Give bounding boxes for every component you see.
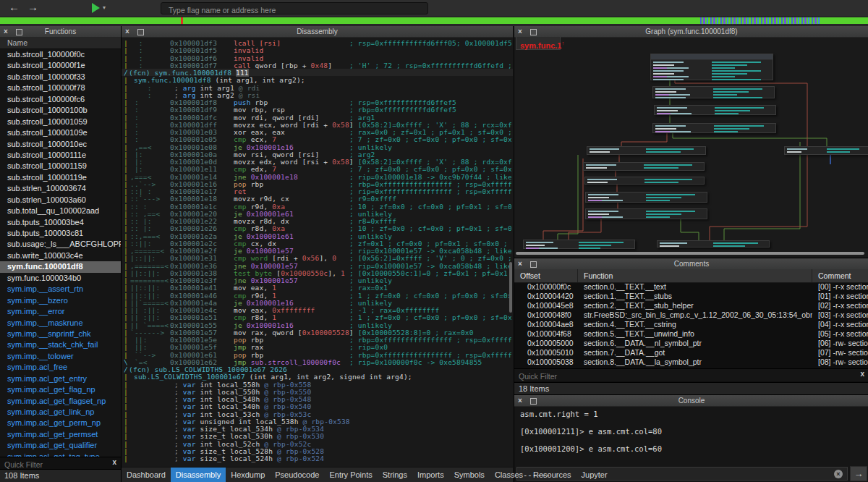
disassembly-line[interactable]: |,=======<0x100001e36jne 0x100001e57; ri…	[122, 262, 513, 269]
disassembly-line[interactable]: | :0x100001dfcmov rdi, qword [rdi]; arg1	[122, 114, 513, 121]
comments-table-row[interactable]: 0x100005010section.7.__DATA.__got[07] -r…	[514, 348, 868, 358]
continue-debug-button[interactable]	[92, 3, 100, 13]
function-list-item[interactable]: sym.imp.__error	[0, 306, 121, 317]
function-list-item[interactable]: sym.imp.acl_get_flagset_np	[0, 396, 121, 407]
graph-basic-block[interactable]	[657, 240, 770, 248]
function-list-item[interactable]: sub.strcoll_10000111e	[0, 150, 121, 161]
column-header-function[interactable]: Function	[578, 269, 812, 282]
function-list-item[interactable]: sym.imp.acl_get_link_np	[0, 407, 121, 418]
tab-hexdump[interactable]: Hexdump	[226, 468, 270, 482]
graph-basic-block[interactable]	[523, 240, 635, 249]
function-list-item[interactable]: sym.imp.acl_get_permset	[0, 429, 121, 440]
back-button[interactable]: ←	[9, 1, 20, 13]
disassembly-line[interactable]: | :0x100001df8push rbp; rsp=0xffffffffff…	[122, 98, 513, 106]
function-list-item[interactable]: sub.write_100003c4e	[0, 250, 121, 261]
disassembly-line[interactable]: |:: |:0x100001e26cmp r8d, 0xa; 10 ; zf=0…	[122, 224, 513, 232]
tab-jupyter[interactable]: Jupyter	[576, 468, 613, 482]
graph-horizontal-scrollbar[interactable]	[516, 252, 864, 255]
comments-table-row[interactable]: 0x100000f0csection.0.__TEXT.__text[00] -…	[514, 282, 868, 292]
disassembly-line[interactable]: /(fcn) sub.LS_COLWIDTHS_100001e67 2626	[122, 365, 513, 373]
comments-table-row[interactable]: 0x100004420section.1.__TEXT.__stubs[01] …	[514, 292, 868, 301]
disassembly-line[interactable]: |..`-->0x100001e16pop rbp; rbp=0xfffffff…	[122, 180, 513, 187]
disassembly-line[interactable]: |`------>0x100001e57mov rax, qword [0x10…	[122, 329, 513, 336]
close-icon[interactable]: ×	[125, 26, 129, 37]
disassembly-line[interactable]: |:: ,==<0x100001e20je 0x100001e61; unlik…	[122, 210, 513, 217]
disassembly-line[interactable]: | ,==<0x100001e08je 0x100001e16; unlikel…	[122, 143, 513, 151]
disassembly-line[interactable]: |sub.LS_COLWIDTHS_100001e67 (int arg1, i…	[122, 373, 513, 380]
graph-basic-block[interactable]	[652, 86, 775, 98]
close-icon[interactable]: ×	[518, 395, 522, 406]
tab-entry-points[interactable]: Entry Points	[324, 468, 377, 482]
disassembly-line[interactable]: |::||:0x100001e2ccmp cx, dx; zf=0x1 ; cf…	[122, 240, 513, 247]
disassembly-line[interactable]: |; var int local_558h @ rbp-0x558	[122, 381, 513, 388]
disassembly-line[interactable]: |========<0x100001e3fjne 0x100001e57; un…	[122, 276, 513, 284]
tab-symbols[interactable]: Symbols	[449, 468, 490, 482]
disassembly-line[interactable]: |; var int local_52ch @ rbp-0x52c	[122, 440, 513, 447]
function-list-item[interactable]: sym.func.100001df8	[0, 261, 121, 272]
clear-filter-icon[interactable]: x	[860, 370, 864, 378]
disassembly-line[interactable]: |; var int local_540h @ rbp-0x540	[122, 402, 513, 410]
function-list-item[interactable]: sym.imp.acl_get_perm_np	[0, 418, 121, 428]
comments-table-row[interactable]: 0x1000045e8section.2.__TEXT.__stub_helpe…	[514, 301, 868, 310]
function-list-item[interactable]: sym.imp.__assert_rtn	[0, 284, 121, 295]
comments-table-row[interactable]: 0x100004f68section.5.__TEXT.__unwind_inf…	[514, 329, 868, 339]
comments-quick-filter-input[interactable]	[514, 369, 860, 383]
float-panel-icon[interactable]	[530, 398, 537, 405]
column-header-comment[interactable]: Comment	[812, 269, 868, 282]
tab-strings[interactable]: Strings	[378, 468, 412, 482]
function-list-item[interactable]: sub.strcoll_100001059	[0, 117, 121, 127]
disassembly-line[interactable]: ||::||:0x100001e31cmp word [rdi + 0x56],…	[122, 254, 513, 261]
function-list-item[interactable]: sub.usage:_ls___ABCFGHLOPRSTUVW	[0, 239, 121, 250]
function-list-item[interactable]: sym.imp.__tolower	[0, 351, 121, 362]
disassembly-line[interactable]: |::| :0x100001e17ret; rip=0xffffffffffff…	[122, 187, 513, 195]
clear-console-input-icon[interactable]: ×	[834, 470, 843, 478]
console-submit-arrow-button[interactable]: →	[850, 466, 867, 481]
float-panel-icon[interactable]	[137, 29, 144, 35]
function-list-item[interactable]: sub.strcoll_10000109e	[0, 127, 121, 138]
disassembly-line[interactable]: |; var unsigned int local_538h @ rbp-0x5…	[122, 418, 513, 425]
disassembly-line[interactable]: | ``-->0x100001e61pop rbp; rbp=0xfffffff…	[122, 351, 513, 358]
disassembly-line[interactable]: | :0x100001e03xor eax, eax; rax=0x0 ; zf…	[122, 128, 513, 135]
close-icon[interactable]: ×	[518, 258, 522, 269]
disassembly-line[interactable]: | :; arg int arg1 @ rdi	[122, 84, 513, 91]
tab-disassembly[interactable]: Disassembly	[171, 468, 226, 482]
function-list-item[interactable]: sub.strcoll_1000010ec	[0, 139, 121, 150]
disassembly-line[interactable]: \ `=<0x100001e62jmp sub.strcoll_100000f0…	[122, 358, 513, 365]
function-list-item[interactable]: sub.strcoll_100000f1e	[0, 60, 121, 71]
flag-search-input[interactable]	[161, 5, 435, 16]
graph-basic-block[interactable]	[585, 192, 707, 203]
disassembly-line[interactable]: | ||:0x100001e5epop rbp; rbp=0xfffffffff…	[122, 336, 513, 343]
disassembly-line[interactable]: |||::||:0x100001e41mov eax, 1; rax=0x1	[122, 284, 513, 291]
disassembly-line[interactable]: | :0x100001e05cmp ecx, 7; 7 ; zf=0x0 ; c…	[122, 135, 513, 143]
function-list-item[interactable]: sub.strcoll_100000fc6	[0, 94, 121, 105]
disassembly-line[interactable]: |; var int local_550h @ rbp-0x550	[122, 388, 513, 395]
function-list-item[interactable]: sub.strlen_100003a60	[0, 195, 121, 206]
function-list-item[interactable]: sub.tputs_100003c81	[0, 228, 121, 239]
disassembly-line[interactable]: |::`--->0x100001e18movzx r9d, cx; r9=0xf…	[122, 195, 513, 202]
disassembly-line[interactable]: | |:0x100001e0amov rsi, qword [rsi]; arg…	[122, 151, 513, 158]
function-list-item[interactable]: sym.imp.__snprintf_chk	[0, 329, 121, 339]
float-panel-icon[interactable]	[16, 29, 22, 35]
disassembly-line[interactable]: | ||:0x100001e5fjmp rax; rip=0x0	[122, 343, 513, 350]
graph-basic-block[interactable]	[584, 177, 705, 185]
disassembly-line[interactable]: | :0x100001df7call qword [rbp + 0x48]; '…	[122, 62, 513, 69]
function-list-item[interactable]: sub.strcoll_100000f0c	[0, 49, 121, 60]
graph-basic-block[interactable]	[784, 146, 868, 155]
disassembly-line[interactable]: | :; arg int arg2 @ rsi	[122, 91, 513, 98]
disassembly-line[interactable]: |,======<0x100001e2fje 0x100001e57; rip=…	[122, 247, 513, 254]
graph-basic-block[interactable]	[650, 54, 773, 80]
disassembly-line[interactable]: |; var int local_548h @ rbp-0x548	[122, 395, 513, 402]
disassembly-line[interactable]: /(fcn) sym.func.100001df8 111	[122, 69, 513, 76]
disassembly-line[interactable]: |; var size_t local_524h @ rbp-0x524	[122, 454, 513, 462]
disassembly-line[interactable]: |; var size_t local_530h @ rbp-0x530	[122, 432, 513, 439]
disassembly-line[interactable]: |; var int local_53ch @ rbp-0x53c	[122, 410, 513, 418]
disassembly-line[interactable]: |sym.func.100001df8 (int arg1, int arg2)…	[122, 76, 513, 83]
function-list-item[interactable]: sub.tputs_100003be4	[0, 217, 121, 228]
disassembly-line[interactable]: | :0x100001dffmovzx ecx, word [rdi + 0x5…	[122, 121, 513, 128]
functions-column-header-name[interactable]: Name	[0, 37, 121, 49]
function-list-item[interactable]: sym.func.1000034b0	[0, 273, 121, 284]
disassembly-line[interactable]: |,===<0x100001e14jne 0x100001e18; rip=0x…	[122, 173, 513, 180]
close-icon[interactable]: ×	[518, 26, 522, 37]
close-icon[interactable]: ×	[4, 26, 8, 37]
disassembly-line[interactable]: ||| :||:0x100001e51cmp r8d, 1; 1 ; zf=0x…	[122, 313, 513, 321]
